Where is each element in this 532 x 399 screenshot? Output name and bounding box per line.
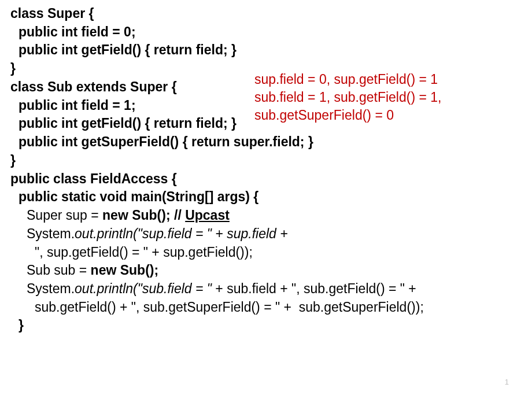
code-text: out.println("sub.field = " (75, 281, 215, 296)
code-text: new Sub(); (91, 263, 159, 278)
code-line-2: public int field = 0; (10, 23, 522, 42)
code-line-1: class Super { (10, 5, 522, 23)
code-line-12: Super sup = new Sub(); // Upcast (10, 206, 522, 225)
page-number: 1 (505, 378, 509, 386)
output-line-3: sub.getSuperField() = 0 (254, 106, 441, 124)
code-line-8: public int getSuperField() { return supe… (10, 133, 522, 152)
code-line-18: } (10, 316, 522, 335)
code-text: System. (27, 281, 75, 296)
output-line-1: sup.field = 0, sup.getField() = 1 (254, 71, 441, 88)
code-line-10: public class FieldAccess { (10, 170, 522, 189)
code-line-9: } (10, 152, 522, 170)
code-line-14: ", sup.getField() = " + sup.getField()); (10, 243, 522, 262)
code-text: new Sub(); // (102, 208, 185, 223)
code-text-upcast: Upcast (185, 208, 230, 223)
code-text: out.println("sup.field = " + sup.field + (75, 226, 288, 241)
code-text: + sub.field + ", sub.getField() = " + (215, 281, 416, 296)
code-line-16: System.out.println("sub.field = " + sub.… (10, 280, 522, 298)
code-text: Super sup = (27, 208, 102, 223)
slide-content: class Super { public int field = 0; publ… (0, 0, 532, 399)
code-text: Sub sub = (27, 263, 91, 278)
code-line-15: Sub sub = new Sub(); (10, 261, 522, 280)
code-text: System. (27, 226, 75, 241)
code-line-17: sub.getField() + ", sub.getSuperField() … (10, 298, 522, 317)
output-box: sup.field = 0, sup.getField() = 1 sub.fi… (254, 71, 441, 124)
code-line-3: public int getField() { return field; } (10, 41, 522, 60)
code-line-13: System.out.println("sup.field = " + sup.… (10, 225, 522, 243)
output-line-2: sub.field = 1, sub.getField() = 1, (254, 88, 441, 106)
code-line-11: public static void main(String[] args) { (10, 188, 522, 206)
